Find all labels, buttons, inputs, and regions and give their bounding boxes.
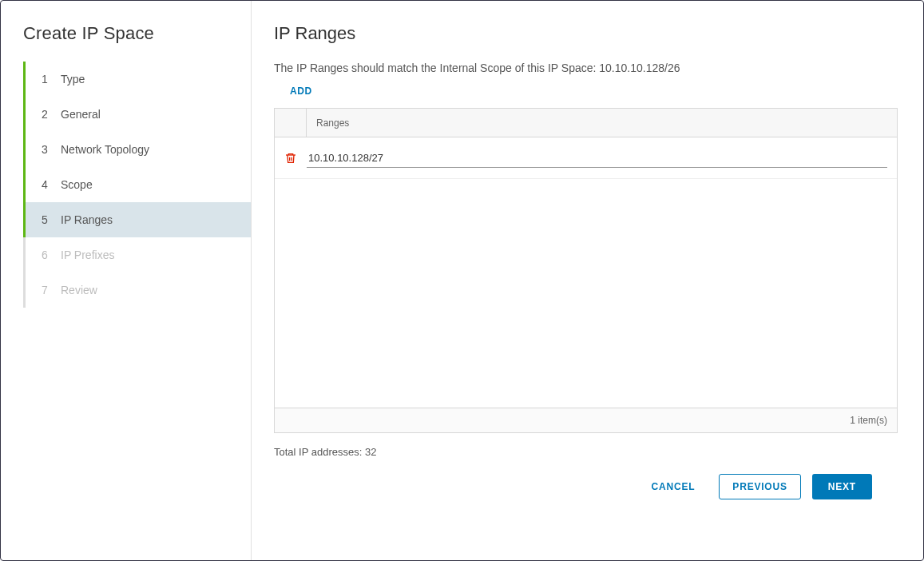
page-title: IP Ranges	[274, 23, 898, 44]
range-input[interactable]	[307, 149, 887, 168]
step-review: 7 Review	[23, 273, 251, 308]
step-general[interactable]: 2 General	[23, 97, 251, 132]
header-actions-col	[275, 109, 307, 137]
next-button[interactable]: NEXT	[812, 474, 872, 499]
step-num: 2	[42, 108, 56, 121]
step-num: 7	[42, 284, 56, 296]
ranges-table: Ranges	[274, 108, 898, 433]
cancel-button[interactable]: CANCEL	[639, 474, 708, 499]
step-num: 6	[42, 249, 56, 261]
step-label: Scope	[61, 178, 93, 191]
step-label: IP Prefixes	[61, 249, 114, 261]
page-description: The IP Ranges should match the Internal …	[274, 62, 898, 74]
step-type[interactable]: 1 Type	[23, 62, 251, 97]
step-network-topology[interactable]: 3 Network Topology	[23, 132, 251, 167]
total-ip-addresses: Total IP addresses: 32	[274, 446, 898, 458]
step-label: Review	[61, 284, 97, 296]
previous-button[interactable]: PREVIOUS	[719, 474, 800, 499]
step-ip-ranges[interactable]: 5 IP Ranges	[23, 202, 251, 237]
table-row	[275, 137, 897, 179]
wizard-footer: CANCEL PREVIOUS NEXT	[274, 458, 898, 515]
sidebar-title: Create IP Space	[1, 23, 251, 62]
step-label: Type	[61, 73, 85, 86]
modal-body: Create IP Space 1 Type 2 General 3 Netwo…	[1, 1, 923, 560]
main-panel: IP Ranges The IP Ranges should match the…	[252, 1, 923, 560]
step-num: 3	[42, 143, 56, 156]
step-scope[interactable]: 4 Scope	[23, 167, 251, 202]
wizard-steps: 1 Type 2 General 3 Network Topology 4 Sc…	[23, 62, 251, 308]
step-num: 5	[42, 213, 56, 226]
step-ip-prefixes: 6 IP Prefixes	[23, 237, 251, 273]
step-label: IP Ranges	[61, 213, 113, 226]
step-label: General	[61, 108, 101, 121]
table-header: Ranges	[275, 109, 897, 137]
step-num: 4	[42, 178, 56, 191]
step-num: 1	[42, 73, 56, 86]
table-body	[275, 137, 897, 408]
header-ranges-col: Ranges	[307, 109, 897, 137]
trash-icon[interactable]	[284, 152, 297, 165]
row-input-cell	[307, 149, 897, 168]
add-range-button[interactable]: ADD	[290, 86, 898, 97]
create-ip-space-modal: Create IP Space 1 Type 2 General 3 Netwo…	[0, 0, 924, 561]
row-actions	[275, 152, 307, 165]
step-label: Network Topology	[61, 143, 149, 156]
wizard-sidebar: Create IP Space 1 Type 2 General 3 Netwo…	[1, 1, 252, 560]
table-footer: 1 item(s)	[275, 408, 897, 432]
